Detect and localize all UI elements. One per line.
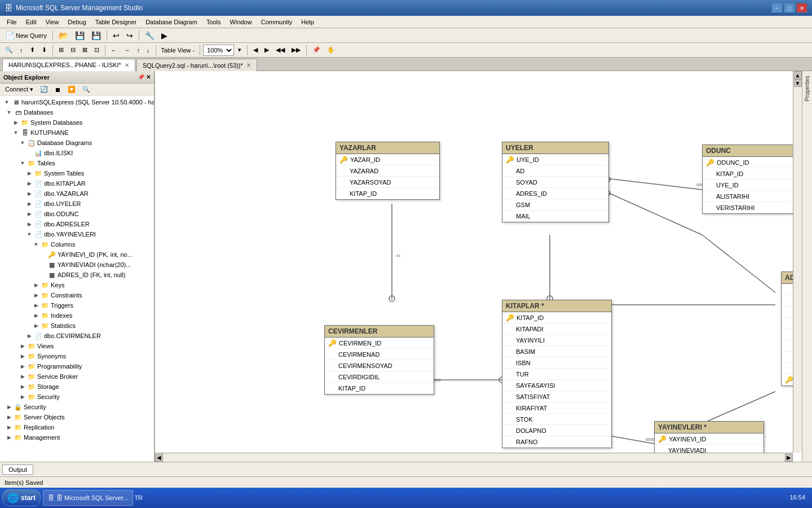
tree-views[interactable]: ▶ 📁 Views — [0, 341, 154, 351]
tb2-btn8[interactable]: ⊡ — [91, 44, 102, 56]
tb2-btn17[interactable]: 📌 — [310, 44, 323, 56]
table-kitaplar[interactable]: KITAPLAR * 🔑KITAP_ID KITAPADI YAYINYILI … — [502, 300, 612, 448]
tb2-btn10[interactable]: → — [121, 44, 133, 56]
close-button[interactable]: ✕ — [796, 3, 807, 13]
tree-constraints[interactable]: ▶ 📁 Constraints — [0, 290, 154, 300]
tree-yayinevleri[interactable]: ▼ 📄 dbo.YAYINEVLERI — [0, 229, 154, 239]
row-kitap-id-y: KITAP_ID — [336, 188, 439, 199]
tree-system-tables[interactable]: ▶ 📁 System Tables — [0, 168, 154, 178]
tree-server-objects[interactable]: ▶ 📁 Server Objects — [0, 412, 154, 422]
tb2-btn11[interactable]: ↑ — [134, 44, 143, 56]
tree-synonyms[interactable]: ▶ 📁 Synonyms — [0, 351, 154, 361]
tab-close-0[interactable]: ✕ — [125, 62, 129, 68]
tree-columns[interactable]: ▼ 📁 Columns — [0, 239, 154, 249]
menu-window[interactable]: Window — [226, 17, 257, 27]
table-yazarlar[interactable]: YAZARLAR 🔑YAZAR_ID YAZARAD YAZARSOYAD KI… — [336, 142, 440, 200]
tree-statistics[interactable]: ▶ 📁 Statistics — [0, 321, 154, 331]
tree-col-yayineviadi[interactable]: ▦ YAYINEVIADI (nchar(20)... — [0, 260, 154, 270]
tab-query[interactable]: SQLQuery2.sql - harun\...\root (53))* ✕ — [136, 59, 257, 71]
menu-view[interactable]: View — [41, 17, 64, 27]
diagram-scrollbar-h[interactable]: ◀ ▶ — [155, 453, 793, 462]
tree-col-adres-id[interactable]: ▦ ADRES_ID (FK, int, null) — [0, 270, 154, 280]
menu-help[interactable]: Help — [297, 17, 319, 27]
tree-system-databases[interactable]: ▶ 📁 System Databases — [0, 117, 154, 128]
tree-storage[interactable]: ▶ 📁 Storage — [0, 382, 154, 392]
tree-service-broker[interactable]: ▶ 📁 Service Broker — [0, 371, 154, 382]
toolbar-btn4[interactable]: 🔧 — [142, 29, 157, 42]
tree-tables[interactable]: ▼ 📁 Tables — [0, 158, 154, 168]
tab-diagram[interactable]: HARUN\SQLEXPRES...PHANE - ILISKI* ✕ — [2, 59, 135, 71]
tree-db-diagrams[interactable]: ▼ 📋 Database Diagrams — [0, 138, 154, 148]
oe-filter-button[interactable]: 🔽 — [65, 84, 78, 96]
views-icon: 📁 — [27, 341, 36, 351]
diagram-scrollbar-v[interactable]: ▲ ▼ — [793, 71, 802, 453]
table-cevirmenler[interactable]: CEVIRMENLER 🔑CEVIRMEN_ID CEVIRMENAD CEVI… — [324, 325, 434, 395]
tab-close-1[interactable]: ✕ — [246, 62, 251, 68]
tb2-btn16[interactable]: ▶▶ — [289, 44, 303, 56]
tb2-btn7[interactable]: ⊠ — [80, 44, 90, 56]
output-tab[interactable]: Output — [2, 465, 33, 475]
tree-col-yayinevi-id[interactable]: 🔑 YAYINEVI_ID (PK, int, no... — [0, 249, 154, 260]
oe-connect-button[interactable]: Connect ▾ — [2, 84, 36, 96]
tb2-btn5[interactable]: ⊞ — [56, 44, 67, 56]
tree-replication[interactable]: ▶ 📁 Replication — [0, 422, 154, 432]
tree-kitaplar[interactable]: ▶ 📄 dbo.KITAPLAR — [0, 178, 154, 189]
table-uyeler[interactable]: UYELER 🔑UYE_ID AD SOYAD ADRES_ID GSM MAI — [502, 142, 609, 222]
menu-edit[interactable]: Edit — [21, 17, 41, 27]
tree-kutuphane[interactable]: ▼ 🗄 KUTUPHANE — [0, 128, 154, 138]
tb2-btn6[interactable]: ⊟ — [68, 44, 78, 56]
tb2-btn3[interactable]: ⬆ — [27, 44, 38, 56]
tree-indexes[interactable]: ▶ 📁 Indexes — [0, 310, 154, 321]
tree-adresler[interactable]: ▶ 📄 dbo.ADRESLER — [0, 219, 154, 229]
toolbar-save[interactable]: 💾 — [72, 29, 87, 42]
tb2-btn1[interactable]: 🔍 — [2, 44, 16, 56]
tb2-btn15[interactable]: ◀◀ — [273, 44, 288, 56]
oe-stop-button[interactable]: ⏹ — [52, 84, 64, 96]
tb2-btn9[interactable]: ← — [108, 44, 120, 56]
toolbar-undo[interactable]: ↩ — [110, 29, 122, 42]
toolbar-save-all[interactable]: 💾 — [89, 29, 104, 42]
table-odunc[interactable]: ODUNC 🔑ODUNC_ID KITAP_ID UYE_ID ALISTARI… — [702, 144, 802, 214]
tb2-btn13[interactable]: ◀ — [250, 44, 261, 56]
minimize-button[interactable]: ─ — [771, 3, 783, 13]
oe-refresh-button[interactable]: 🔄 — [37, 84, 51, 96]
expander-server[interactable]: ▼ — [2, 98, 11, 107]
toolbar-btn5[interactable]: ▶ — [158, 29, 170, 42]
tb2-btn14[interactable]: ▶ — [262, 44, 272, 56]
oe-pin[interactable]: 📌 ✕ — [138, 74, 151, 80]
tree-security-db[interactable]: ▶ 📁 Security — [0, 392, 154, 402]
tree-uyeler[interactable]: ▶ 📄 dbo.UYELER — [0, 199, 154, 209]
menu-file[interactable]: File — [2, 17, 21, 27]
tree-server[interactable]: ▼ 🖥 harun\SQLExpress (SQL Server 10.50.4… — [0, 97, 154, 107]
toolbar-main: 📄 New Query 📂 💾 💾 ↩ ↪ 🔧 ▶ — [0, 28, 812, 43]
tb2-btn12[interactable]: ↓ — [144, 44, 153, 56]
toolbar-redo[interactable]: ↪ — [123, 29, 136, 42]
tree-cevirmenler[interactable]: ▶ 📄 dbo.CEVIRMENLER — [0, 331, 154, 341]
zoom-select[interactable]: 100% 75% 50% 150% — [203, 45, 234, 56]
menu-database-diagram[interactable]: Database Diagram — [141, 17, 202, 27]
taskbar-ssms[interactable]: 🗄 🗄 Microsoft SQL Server... — [43, 490, 133, 506]
tb2-btn18[interactable]: ✋ — [324, 44, 338, 56]
tree-management[interactable]: ▶ 📁 Management — [0, 432, 154, 443]
tb2-btn2[interactable]: ↑ — [17, 44, 26, 56]
menu-table-designer[interactable]: Table Designer — [91, 17, 141, 27]
maximize-button[interactable]: □ — [784, 3, 795, 13]
start-button[interactable]: 🌐 start — [2, 489, 41, 506]
menu-community[interactable]: Community — [257, 17, 297, 27]
tree-programmability[interactable]: ▶ 📁 Programmability — [0, 361, 154, 371]
tree-triggers[interactable]: ▶ 📁 Triggers — [0, 300, 154, 310]
tree-security[interactable]: ▶ 🔒 Security — [0, 402, 154, 412]
zoom-btn[interactable]: ▾ — [235, 44, 244, 56]
tree-odunc[interactable]: ▶ 📄 dbo.ODUNC — [0, 209, 154, 219]
tree-dbo-iliski[interactable]: 📊 dbo.ILISKI — [0, 148, 154, 158]
new-query-button[interactable]: 📄 New Query — [2, 29, 50, 42]
diagram-area[interactable]: ∞ ∞∞ ● ∞∞ ∞∞ — [155, 71, 802, 462]
menu-debug[interactable]: Debug — [63, 17, 90, 27]
tb2-btn4[interactable]: ⬇ — [39, 44, 50, 56]
tree-databases[interactable]: ▼ 🗃 Databases — [0, 107, 154, 117]
oe-search-button[interactable]: 🔍 — [80, 84, 93, 96]
toolbar-open[interactable]: 📂 — [56, 29, 71, 42]
tree-yazarlar[interactable]: ▶ 📄 dbo.YAZARLAR — [0, 189, 154, 199]
menu-tools[interactable]: Tools — [202, 17, 226, 27]
tree-keys[interactable]: ▶ 📁 Keys — [0, 280, 154, 290]
